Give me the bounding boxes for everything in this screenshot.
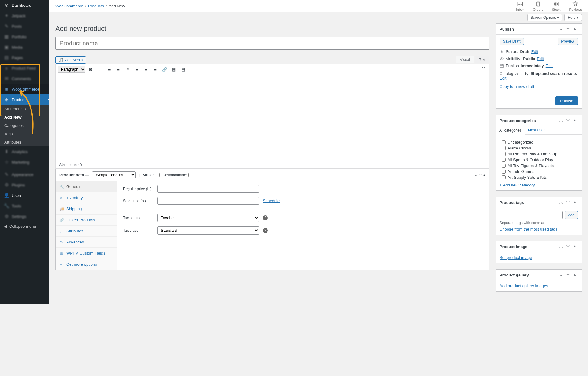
screen-options-button[interactable]: Screen Options ▾ — [527, 14, 563, 21]
sidebar-item-blurred[interactable]: ⚙Plugins — [0, 180, 49, 190]
sidebar-item-blurred[interactable]: ✉Comments — [0, 73, 49, 84]
edit-visibility-link[interactable]: Edit — [537, 56, 544, 61]
edit-status-link[interactable]: Edit — [531, 49, 538, 54]
set-product-image-link[interactable]: Set product image — [500, 255, 532, 260]
add-tag-button[interactable]: Add — [565, 211, 578, 219]
help-button[interactable]: Help ▾ — [564, 14, 582, 21]
sidebar-item-products[interactable]: ◈ Products — [0, 94, 49, 105]
category-item[interactable]: Arcade Games — [502, 169, 576, 174]
cat-tab-all[interactable]: All categories — [496, 126, 525, 135]
chevron-down-icon[interactable]: ﹀ — [565, 200, 571, 205]
topbar-orders[interactable]: Orders — [533, 1, 543, 11]
chevron-down-icon[interactable]: ﹀ — [565, 118, 571, 123]
downloadable-checkbox[interactable] — [188, 173, 192, 177]
breadcrumb-woocommerce[interactable]: WooCommerce — [55, 4, 83, 8]
sidebar-item-woocommerce[interactable]: ▣ WooCommerce — [0, 84, 49, 94]
choose-tags-link[interactable]: Choose from the most used tags — [500, 227, 557, 231]
align-center-button[interactable]: ≡ — [142, 65, 150, 73]
help-icon[interactable]: ? — [263, 215, 268, 220]
sidebar-item-blurred[interactable]: ✎Posts — [0, 21, 49, 31]
toggle-icon[interactable]: ▴ — [572, 272, 578, 278]
sidebar-item-blurred[interactable]: 🔧Tools — [0, 201, 49, 211]
pd-tab-more[interactable]: ✧Get more options — [56, 259, 117, 270]
italic-button[interactable]: I — [96, 65, 104, 73]
editor-tab-text[interactable]: Text — [475, 56, 489, 63]
chevron-up-icon[interactable]: ︿ — [558, 272, 564, 278]
sidebar-item-blurred[interactable]: ✦Jetpack — [0, 10, 49, 21]
toolbar-toggle-button[interactable]: ▤ — [179, 65, 187, 73]
pd-tab-advanced[interactable]: ⚙Advanced — [56, 237, 117, 248]
cat-tab-most-used[interactable]: Most Used — [525, 126, 549, 134]
chevron-down-icon[interactable]: ﹀ — [565, 26, 571, 32]
toggle-icon[interactable]: ▴ — [572, 200, 578, 205]
downloadable-label[interactable]: Downloadable: — [163, 173, 192, 177]
add-category-link[interactable]: + Add new category — [500, 183, 535, 187]
category-item[interactable]: Uncategorized — [502, 139, 576, 145]
sale-price-input[interactable] — [157, 197, 259, 205]
add-media-button[interactable]: 🎵 Add Media — [55, 56, 86, 64]
sidebar-item-blurred[interactable]: ▣Media — [0, 42, 49, 52]
collapse-menu[interactable]: ◀ Collapse menu — [0, 222, 49, 231]
save-draft-button[interactable]: Save Draft — [500, 38, 524, 45]
pd-tab-wpfm[interactable]: ▦WPFM Custom Fields — [56, 248, 117, 259]
toggle-icon[interactable]: ▴ — [572, 118, 578, 123]
ol-button[interactable]: ≡ — [114, 65, 122, 73]
category-item[interactable]: All Toy Figures & Playsets — [502, 163, 576, 169]
submenu-add-new[interactable]: Add New — [0, 113, 49, 121]
breadcrumb-products[interactable]: Products — [88, 4, 104, 8]
chevron-up-icon[interactable]: ︿ — [474, 172, 478, 178]
tag-input[interactable] — [500, 211, 563, 219]
ul-button[interactable]: ☰ — [105, 65, 113, 73]
sidebar-item-blurred[interactable]: ⬍Analytics — [0, 146, 49, 157]
tax-status-select[interactable]: Taxable — [157, 214, 259, 222]
add-gallery-link[interactable]: Add product gallery images — [500, 284, 548, 288]
tax-class-select[interactable]: Standard — [157, 226, 259, 235]
sidebar-item-users[interactable]: 👤Users — [0, 190, 49, 201]
pd-tab-inventory[interactable]: ◈Inventory — [56, 192, 117, 203]
submenu-categories[interactable]: Categories — [0, 121, 49, 130]
submenu-tags[interactable]: Tags — [0, 130, 49, 138]
edit-catalog-link[interactable]: Edit — [500, 76, 506, 80]
topbar-stock[interactable]: Stock — [552, 1, 561, 11]
quote-button[interactable]: ❝ — [124, 65, 132, 73]
preview-button[interactable]: Preview — [558, 38, 578, 45]
sidebar-item-blurred[interactable]: ⚙Settings — [0, 211, 49, 222]
category-item[interactable]: Alarm Clocks — [502, 145, 576, 151]
pd-tab-shipping[interactable]: 🚚Shipping — [56, 203, 117, 215]
paragraph-select[interactable]: Paragraph — [58, 66, 85, 73]
pd-tab-general[interactable]: 🔧General — [56, 181, 117, 192]
sidebar-item-dashboard[interactable]: ⊙ Dashboard — [0, 0, 49, 10]
chevron-down-icon[interactable]: ﹀ — [479, 172, 483, 178]
sidebar-item-blurred[interactable]: ≡Product Feed — [0, 63, 49, 73]
category-item[interactable]: All Sports & Outdoor Play — [502, 157, 576, 163]
regular-price-input[interactable] — [157, 185, 259, 193]
topbar-inbox[interactable]: Inbox — [516, 1, 524, 11]
more-button[interactable]: ▦ — [170, 65, 178, 73]
editor-tab-visual[interactable]: Visual — [456, 56, 474, 63]
chevron-down-icon[interactable]: ﹀ — [565, 272, 571, 278]
pd-tab-linked[interactable]: 🔗Linked Products — [56, 215, 117, 226]
chevron-up-icon[interactable]: ︿ — [558, 200, 564, 205]
topbar-reviews[interactable]: Reviews — [569, 1, 582, 11]
category-item[interactable]: Art Supply Sets & Kits — [502, 174, 576, 180]
submenu-attributes[interactable]: Attributes — [0, 138, 49, 146]
product-type-select[interactable]: Simple product — [92, 171, 136, 178]
toggle-icon[interactable]: ▴ — [483, 172, 485, 178]
virtual-label[interactable]: Virtual: — [143, 173, 159, 177]
submenu-all-products[interactable]: All Products — [0, 105, 49, 113]
bold-button[interactable]: B — [87, 65, 95, 73]
fullscreen-button[interactable]: ⛶ — [479, 65, 487, 73]
chevron-down-icon[interactable]: ﹀ — [565, 244, 571, 249]
copy-draft-link[interactable]: Copy to a new draft — [500, 84, 534, 89]
chevron-up-icon[interactable]: ︿ — [558, 244, 564, 249]
product-name-input[interactable] — [55, 37, 489, 50]
sidebar-item-blurred[interactable]: ▦Portfolio — [0, 31, 49, 42]
category-item[interactable]: All Pretend Play & Dress-up — [502, 151, 576, 157]
toggle-icon[interactable]: ▴ — [572, 26, 578, 32]
sidebar-item-blurred[interactable]: ▤Pages — [0, 52, 49, 63]
chevron-up-icon[interactable]: ︿ — [558, 118, 564, 123]
editor-body[interactable] — [56, 75, 489, 161]
virtual-checkbox[interactable] — [156, 173, 160, 177]
align-left-button[interactable]: ≡ — [133, 65, 141, 73]
link-button[interactable]: 🔗 — [161, 65, 169, 73]
